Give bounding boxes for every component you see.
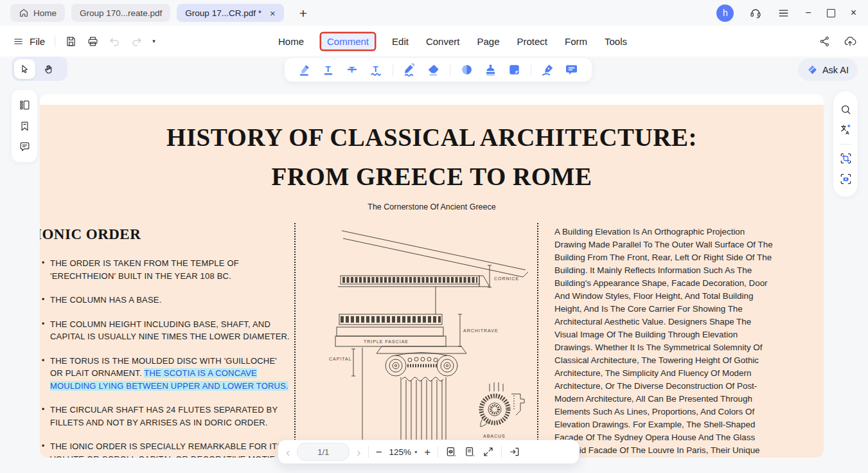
window-maximize-button[interactable] [827, 9, 835, 17]
bullet-text: THE IONIC ORDER IS SPECIALLY REMARKABLE … [50, 442, 283, 458]
file-toolbar: File ▾ [13, 26, 155, 57]
hand-tool-button[interactable] [38, 59, 59, 79]
sticky-note-tool-icon[interactable] [507, 62, 522, 77]
bullet-text: THE COLUMN HAS A BASE. [50, 295, 161, 305]
hamburger-menu-icon[interactable] [777, 7, 790, 19]
search-icon[interactable] [840, 103, 852, 116]
app-tab-strip: Home Group 170...reate.pdf Group 17...CR… [0, 4, 307, 22]
underline-tool-icon[interactable]: T [321, 62, 336, 77]
close-tab-icon[interactable]: × [270, 8, 276, 18]
cursor-icon [19, 64, 30, 75]
next-page-button[interactable]: › [357, 446, 360, 458]
divider [393, 64, 393, 76]
ribbon-tab[interactable]: Protect [517, 36, 547, 47]
window-close-button[interactable]: × [851, 8, 856, 18]
stamp-tool-icon[interactable] [483, 62, 498, 77]
diagram-label-triple-fasciae: TRIPLE FASCIAE [364, 339, 409, 344]
comment-tool-icon[interactable] [564, 62, 579, 77]
bookmark-panel-icon[interactable] [19, 120, 31, 132]
highlight-tool-icon[interactable] [297, 62, 312, 77]
support-headset-icon[interactable] [749, 6, 762, 19]
page-layout-icon[interactable] [464, 446, 475, 458]
eraser-tool-icon[interactable] [426, 62, 441, 77]
pointer-tool-group [12, 57, 67, 81]
diagram-label-architrave: ARCHITRAVE [463, 328, 499, 333]
ask-ai-button[interactable]: Ask AI [798, 58, 858, 81]
home-icon [19, 8, 29, 18]
bullet-item: THE CIRCULAR SHAFT HAS 24 FLUTES SEPARAT… [41, 404, 292, 429]
signature-tool-icon[interactable] [540, 62, 555, 77]
right-column-paragraph: A Building Elevation Is An Orthographic … [554, 226, 775, 458]
previous-page-button[interactable]: ‹ [286, 446, 290, 458]
screen-capture-icon[interactable] [840, 173, 852, 185]
zoom-out-button[interactable]: − [376, 447, 382, 458]
cloud-upload-icon[interactable] [844, 35, 856, 48]
new-tab-button[interactable]: + [299, 6, 307, 20]
annotation-toolbar: T T T [285, 58, 592, 82]
zoom-level-control[interactable]: 125% ▾ [389, 447, 418, 457]
left-column: IONIC ORDER THE ORDER IS TAKEN FROM THE … [40, 226, 292, 458]
tab-document-2-active[interactable]: Group 17...CR.pdf * × [177, 4, 283, 22]
document-title-line-1: HISTORY OF CLASSICAL ARCHITECTURE: [40, 123, 824, 152]
fullscreen-icon[interactable] [483, 446, 494, 458]
crop-icon[interactable] [840, 152, 852, 165]
translate-icon[interactable]: A [840, 123, 852, 136]
divider [368, 446, 369, 458]
undo-icon[interactable] [109, 35, 121, 48]
divider [55, 35, 55, 47]
ribbon-tab[interactable]: Tools [605, 36, 627, 47]
tab-document-1-label: Group 170...reate.pdf [80, 8, 162, 18]
zoom-level-value: 125% [389, 447, 412, 457]
share-icon[interactable] [819, 35, 831, 48]
diagram-label-cornice: CORNICE [494, 276, 519, 281]
zoom-dropdown-icon: ▾ [414, 449, 417, 455]
ionic-order-diagram: CORNICE TRIPLE FASCIAE ARCHITRAVE [299, 223, 546, 451]
svg-text:A: A [846, 130, 849, 136]
document-title-line-2: FROM GREECE TO ROME [40, 162, 824, 191]
user-avatar[interactable]: h [716, 4, 734, 22]
file-menu-label[interactable]: File [30, 36, 45, 47]
pencil-draw-tool-icon[interactable] [402, 62, 417, 77]
bullet-text: THE ORDER IS TAKEN FROM THE TEMPLE OF 'E… [50, 258, 239, 281]
ribbon-tab[interactable]: Edit [392, 36, 409, 47]
squiggly-underline-tool-icon[interactable]: T [369, 62, 384, 77]
save-icon[interactable] [65, 35, 77, 48]
ribbon-tab[interactable]: Home [278, 36, 304, 47]
shapes-tool-icon[interactable] [459, 62, 474, 77]
window-titlebar: Home Group 170...reate.pdf Group 17...CR… [0, 0, 868, 26]
undo-redo-dropdown-icon[interactable]: ▾ [152, 38, 155, 44]
ribbon-tab[interactable]: Comment [321, 33, 375, 49]
svg-text:T: T [326, 64, 332, 74]
diagram-label-abacus: ABACUS [483, 434, 506, 438]
right-panel-rail: A [833, 91, 858, 197]
select-tool-button[interactable] [14, 59, 35, 79]
print-icon[interactable] [87, 35, 99, 48]
left-panel-rail [12, 90, 37, 162]
redo-icon[interactable] [130, 35, 143, 48]
comment-panel-icon[interactable] [19, 141, 31, 153]
bullet-item: THE IONIC ORDER IS SPECIALLY REMARKABLE … [41, 440, 292, 458]
divider [839, 144, 852, 145]
document-subtitle: The Cornerstone Of Ancient Greece [40, 202, 824, 211]
bullet-item: THE COLUMN HAS A BASE. [41, 294, 292, 307]
window-controls: h − × [716, 0, 868, 26]
divider [531, 64, 531, 76]
panel-toggle-icon[interactable] [509, 446, 520, 458]
ribbon-tab[interactable]: Convert [426, 36, 460, 47]
page-navigation-toolbar: ‹ 1/1 › − 125% ▾ + [278, 440, 580, 464]
zoom-in-button[interactable]: + [424, 447, 430, 458]
thumbnail-panel-icon[interactable] [19, 99, 31, 111]
hand-icon [43, 64, 54, 75]
read-mode-icon[interactable] [445, 446, 457, 458]
pdf-page: HISTORY OF CLASSICAL ARCHITECTURE: FROM … [40, 94, 824, 458]
tab-document-1[interactable]: Group 170...reate.pdf [71, 4, 170, 22]
strikethrough-tool-icon[interactable]: T [345, 62, 360, 77]
file-menu-icon[interactable] [13, 36, 24, 47]
bullet-text: THE COLUMN HEIGHT INCLUDING BASE, SHAFT,… [50, 319, 290, 342]
ribbon-tab[interactable]: Page [477, 36, 499, 47]
page-indicator[interactable]: 1/1 [297, 443, 350, 461]
bullet-item: THE ORDER IS TAKEN FROM THE TEMPLE OF 'E… [41, 257, 292, 282]
tab-home[interactable]: Home [10, 4, 65, 22]
ribbon-tab[interactable]: Form [565, 36, 587, 47]
window-minimize-button[interactable]: − [805, 8, 811, 18]
